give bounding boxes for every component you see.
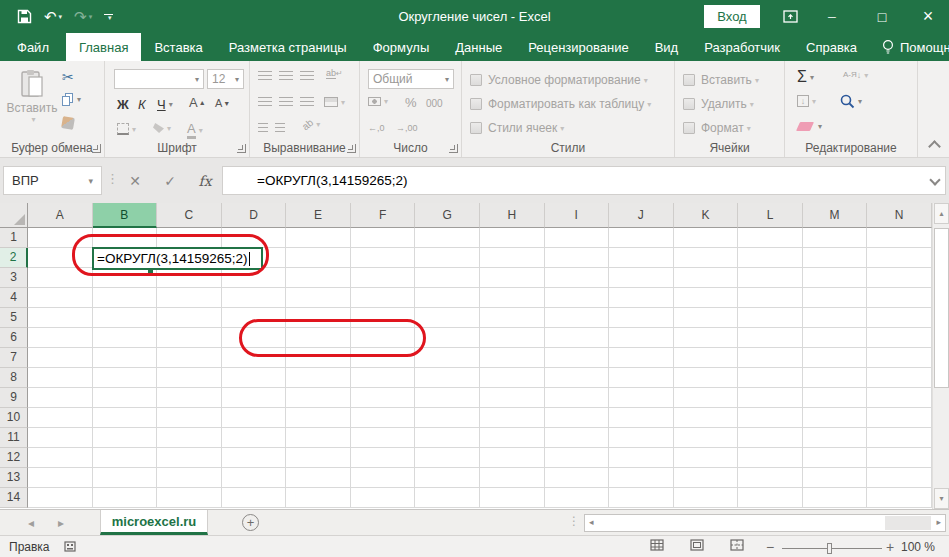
column-header-E[interactable]: E bbox=[286, 203, 351, 228]
ribbon-tab[interactable]: Справка bbox=[793, 33, 870, 61]
ribbon-tab[interactable]: Данные bbox=[442, 33, 515, 61]
page-break-view-button[interactable] bbox=[730, 539, 744, 554]
undo-button[interactable]: ↶▾ bbox=[39, 6, 67, 28]
editing-cell-b2[interactable]: =ОКРУГЛ(3,14159265;2) bbox=[92, 247, 263, 270]
find-select-button[interactable]: ▾ bbox=[840, 94, 862, 109]
formula-bar-input[interactable]: =ОКРУГЛ(3,14159265;2) bbox=[222, 166, 946, 195]
format-painter-button[interactable] bbox=[62, 117, 74, 129]
column-header-K[interactable]: K bbox=[674, 203, 739, 228]
merge-center-button[interactable]: ▾ bbox=[324, 97, 345, 107]
ribbon-tab[interactable]: Главная bbox=[66, 33, 141, 61]
accounting-format-button[interactable]: ▾ bbox=[368, 97, 388, 106]
insert-function-button[interactable]: fx bbox=[190, 166, 220, 195]
styles-item-button[interactable]: Условное форматирование▾ bbox=[470, 69, 648, 91]
macro-record-icon[interactable] bbox=[64, 540, 76, 555]
row-header-14[interactable]: 14 bbox=[0, 488, 28, 508]
zoom-level[interactable]: 100 % bbox=[901, 540, 935, 554]
row-header-12[interactable]: 12 bbox=[0, 448, 28, 468]
row-header-2[interactable]: 2 bbox=[0, 248, 28, 268]
close-button[interactable]: × bbox=[908, 0, 948, 33]
vertical-scrollbar[interactable]: ▴ ▾ bbox=[932, 203, 949, 509]
styles-item-button[interactable]: Форматировать как таблицу▾ bbox=[470, 93, 651, 115]
clipboard-dialog-launcher[interactable] bbox=[92, 144, 101, 153]
font-size-combobox[interactable]: 12▾ bbox=[207, 69, 244, 89]
decrease-decimal-button[interactable]: →,00 bbox=[396, 123, 418, 133]
tab-strip-resize-handle[interactable]: ⋮ bbox=[568, 514, 580, 528]
minimize-button[interactable]: ─ bbox=[812, 0, 852, 33]
horizontal-scrollbar[interactable]: ◂ ▸ bbox=[584, 514, 946, 532]
row-header-5[interactable]: 5 bbox=[0, 308, 28, 328]
column-header-D[interactable]: D bbox=[222, 203, 287, 228]
sign-in-button[interactable]: Вход bbox=[704, 5, 760, 28]
sheet-tab-active[interactable]: microexcel.ru bbox=[100, 510, 208, 535]
scroll-left-button[interactable]: ◂ bbox=[589, 517, 594, 527]
cancel-entry-button[interactable]: ✕ bbox=[120, 166, 150, 195]
enter-entry-button[interactable]: ✓ bbox=[155, 166, 185, 195]
fill-button[interactable]: ↓▾ bbox=[797, 95, 816, 107]
row-header-7[interactable]: 7 bbox=[0, 348, 28, 368]
row-header-4[interactable]: 4 bbox=[0, 288, 28, 308]
fill-handle[interactable] bbox=[148, 269, 153, 273]
font-name-combobox[interactable]: ▾ bbox=[114, 69, 204, 89]
select-all-corner[interactable] bbox=[0, 203, 28, 228]
font-color-button[interactable]: А▾ bbox=[187, 121, 203, 139]
ribbon-tab[interactable]: Формулы bbox=[360, 33, 443, 61]
underline-button[interactable]: Ч▾ bbox=[157, 97, 173, 112]
vertical-align-buttons[interactable] bbox=[258, 71, 314, 81]
paste-button[interactable]: Вставить ▾ bbox=[10, 69, 54, 124]
indent-buttons[interactable] bbox=[258, 123, 285, 133]
scroll-up-button[interactable]: ▴ bbox=[934, 203, 949, 224]
column-header-M[interactable]: M bbox=[803, 203, 868, 228]
ribbon-tab[interactable]: Вид bbox=[642, 33, 692, 61]
row-header-1[interactable]: 1 bbox=[0, 228, 28, 248]
row-header-3[interactable]: 3 bbox=[0, 268, 28, 288]
alignment-dialog-launcher[interactable] bbox=[347, 144, 356, 153]
column-header-I[interactable]: I bbox=[545, 203, 610, 228]
name-box[interactable]: ВПР▾ bbox=[3, 166, 102, 195]
column-header-F[interactable]: F bbox=[351, 203, 416, 228]
ribbon-display-options-button[interactable] bbox=[770, 0, 810, 33]
collapse-ribbon-button[interactable] bbox=[928, 140, 941, 153]
ribbon-tab[interactable]: Разметка страницы bbox=[216, 33, 360, 61]
row-header-13[interactable]: 13 bbox=[0, 468, 28, 488]
zoom-out-button[interactable]: − bbox=[766, 539, 774, 555]
orientation-button[interactable]: ab▾ bbox=[302, 119, 320, 130]
page-layout-view-button[interactable] bbox=[690, 539, 704, 554]
sheet-grid[interactable] bbox=[28, 228, 932, 508]
next-sheet-button[interactable]: ▸ bbox=[58, 516, 64, 530]
zoom-slider-handle[interactable] bbox=[827, 543, 832, 554]
fill-color-button[interactable]: ▾ bbox=[153, 123, 171, 133]
zoom-slider-track[interactable] bbox=[782, 548, 882, 549]
column-header-G[interactable]: G bbox=[415, 203, 480, 228]
scroll-down-button[interactable]: ▾ bbox=[934, 488, 949, 509]
increase-decimal-button[interactable]: ←,0 bbox=[368, 123, 385, 133]
previous-sheet-button[interactable]: ◂ bbox=[28, 516, 34, 530]
grow-font-button[interactable]: А▲ bbox=[189, 95, 206, 110]
scroll-right-button[interactable]: ▸ bbox=[936, 517, 941, 527]
column-header-C[interactable]: C bbox=[157, 203, 222, 228]
comma-style-button[interactable]: 000 bbox=[426, 98, 443, 109]
number-dialog-launcher[interactable] bbox=[449, 144, 458, 153]
italic-button[interactable]: К bbox=[138, 97, 146, 112]
row-header-9[interactable]: 9 bbox=[0, 388, 28, 408]
sort-filter-button[interactable]: А-Я↓▾ bbox=[843, 70, 868, 80]
cut-button[interactable]: ✂ bbox=[62, 69, 74, 85]
bold-button[interactable]: Ж bbox=[117, 97, 129, 112]
row-header-11[interactable]: 11 bbox=[0, 428, 28, 448]
ribbon-tab[interactable]: Разработчик bbox=[691, 33, 793, 61]
borders-button[interactable]: ▾ bbox=[117, 123, 136, 135]
percent-style-button[interactable]: % bbox=[405, 95, 417, 110]
wrap-text-button[interactable]: ab↵ bbox=[326, 68, 343, 79]
autosum-button[interactable]: Σ▾ bbox=[797, 68, 814, 86]
customize-qat-button[interactable]: ▾ bbox=[99, 12, 118, 22]
column-header-J[interactable]: J bbox=[609, 203, 674, 228]
normal-view-button[interactable] bbox=[650, 539, 664, 554]
cells-item-button[interactable]: Вставить▾ bbox=[683, 69, 759, 91]
save-button[interactable] bbox=[12, 7, 37, 26]
cells-item-button[interactable]: Удалить▾ bbox=[683, 93, 754, 115]
row-header-6[interactable]: 6 bbox=[0, 328, 28, 348]
column-header-B[interactable]: B bbox=[93, 203, 158, 228]
cells-item-button[interactable]: Формат▾ bbox=[683, 117, 751, 139]
column-header-L[interactable]: L bbox=[738, 203, 803, 228]
shrink-font-button[interactable]: А▼ bbox=[215, 97, 230, 109]
